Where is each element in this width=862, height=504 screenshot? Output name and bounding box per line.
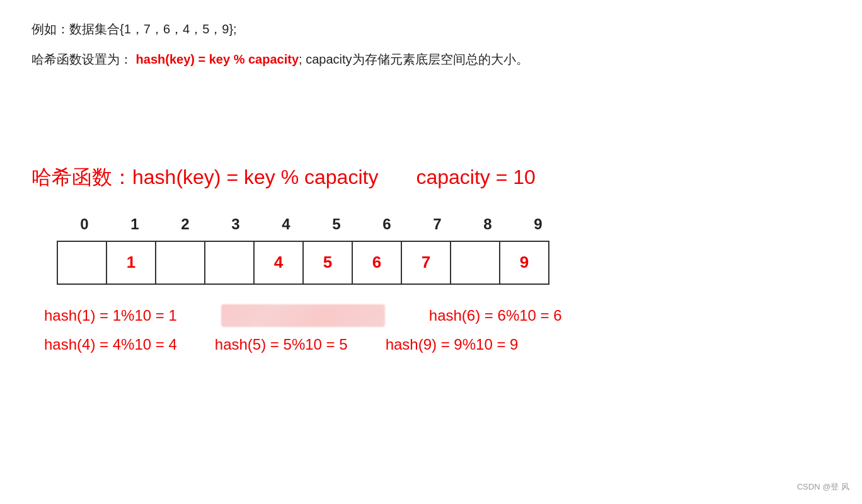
cell-5: 5: [302, 241, 353, 285]
hash-header-part1: 哈希函数：hash(key) = key % capacity: [32, 161, 378, 193]
cell-9: 9: [499, 241, 549, 285]
cell-7: 7: [401, 241, 451, 285]
hash-function-bold: hash(key) = key % capacity: [136, 52, 299, 66]
cell-8: [450, 241, 500, 285]
hash-label: 哈希函数设置为：: [32, 52, 132, 66]
index-8: 8: [463, 212, 513, 236]
index-4: 4: [261, 212, 311, 236]
example-line: 例如：数据集合{1，7，6，4，5，9};: [32, 19, 830, 39]
dataset: 数据集合{1，7，6，4，5，9};: [69, 22, 237, 36]
diagram-section: 哈希函数：hash(key) = key % capacity capacity…: [32, 161, 830, 357]
cell-3: [204, 241, 255, 285]
cell-6: 6: [352, 241, 402, 285]
hash-row-1: hash(1) = 1%10 = 1 hash(6) = 6%10 = 6: [44, 304, 830, 328]
cell-4: 4: [253, 241, 304, 285]
hash-header-part2: capacity = 10: [416, 161, 535, 193]
hash-result-6: hash(6) = 6%10 = 6: [429, 304, 562, 328]
index-9: 9: [513, 212, 563, 236]
blurred-content: [221, 304, 385, 327]
array-section: 0 1 2 3 4 5 6 7 8 9 1 4 5 6 7 9: [57, 212, 830, 284]
index-6: 6: [362, 212, 412, 236]
hash-result-1: hash(1) = 1%10 = 1: [44, 304, 177, 328]
index-3: 3: [210, 212, 261, 236]
index-row: 0 1 2 3 4 5 6 7 8 9: [59, 212, 830, 236]
index-0: 0: [59, 212, 110, 236]
csdn-watermark: CSDN @登 风: [797, 481, 849, 494]
hash-result-4: hash(4) = 4%10 = 4: [44, 333, 177, 357]
index-2: 2: [160, 212, 210, 236]
example-label: 例如：: [32, 22, 69, 36]
array-row: 1 4 5 6 7 9: [57, 241, 830, 285]
index-1: 1: [110, 212, 160, 236]
hash-result-9: hash(9) = 9%10 = 9: [386, 333, 519, 357]
hash-results: hash(1) = 1%10 = 1 hash(6) = 6%10 = 6 ha…: [44, 304, 830, 357]
spacer: [32, 79, 830, 155]
hash-function-line: 哈希函数设置为： hash(key) = key % capacity; cap…: [32, 49, 830, 69]
cell-2: [155, 241, 205, 285]
cell-1: 1: [106, 241, 156, 285]
index-7: 7: [412, 212, 463, 236]
cell-0: [57, 241, 107, 285]
hash-result-5: hash(5) = 5%10 = 5: [215, 333, 348, 357]
hash-header: 哈希函数：hash(key) = key % capacity capacity…: [32, 161, 830, 193]
hash-function-suffix: ; capacity为存储元素底层空间总的大小。: [299, 52, 528, 66]
index-5: 5: [311, 212, 362, 236]
hash-row-2: hash(4) = 4%10 = 4 hash(5) = 5%10 = 5 ha…: [44, 333, 830, 357]
